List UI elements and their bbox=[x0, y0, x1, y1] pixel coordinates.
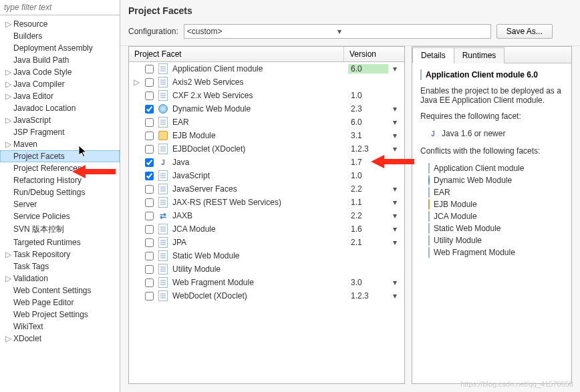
column-header-name[interactable]: Project Facet bbox=[129, 47, 344, 61]
facet-checkbox[interactable] bbox=[145, 91, 154, 100]
facet-checkbox[interactable] bbox=[145, 145, 154, 154]
sidebar-item[interactable]: Service Policies bbox=[0, 210, 120, 222]
tree-expand-icon[interactable]: ▷ bbox=[4, 20, 12, 28]
version-dropdown-icon[interactable]: ▾ bbox=[388, 184, 402, 194]
sidebar-item-label: Run/Debug Settings bbox=[13, 188, 85, 197]
tab-details[interactable]: Details bbox=[412, 47, 454, 63]
facet-row[interactable]: JavaScript1.0 bbox=[129, 169, 404, 182]
tree-expand-icon[interactable]: ▷ bbox=[4, 274, 12, 282]
facet-row[interactable]: Utility Module bbox=[129, 262, 404, 276]
facet-checkbox[interactable] bbox=[145, 225, 154, 234]
tree-expand-icon[interactable]: ▷ bbox=[4, 250, 12, 258]
facet-checkbox[interactable] bbox=[145, 65, 154, 73]
version-dropdown-icon[interactable]: ▾ bbox=[388, 144, 402, 154]
facet-row[interactable]: EJB Module3.1▾ bbox=[129, 129, 404, 142]
sidebar-item[interactable]: Web Content Settings bbox=[0, 284, 120, 297]
sidebar-item[interactable]: Java Build Path bbox=[0, 54, 120, 66]
version-dropdown-icon[interactable]: ▾ bbox=[388, 291, 402, 301]
sidebar-item[interactable]: Targeted Runtimes bbox=[0, 236, 120, 248]
filter-input[interactable] bbox=[3, 1, 117, 13]
version-dropdown-icon[interactable]: ▾ bbox=[388, 131, 402, 140]
tree-expand-icon[interactable]: ▷ bbox=[4, 116, 12, 124]
version-dropdown-icon[interactable]: ▾ bbox=[388, 64, 402, 73]
facet-checkbox[interactable] bbox=[145, 158, 154, 167]
version-dropdown-icon[interactable]: ▾ bbox=[388, 224, 402, 234]
sidebar-item[interactable]: ▷Task Repository bbox=[0, 248, 120, 260]
version-dropdown-icon[interactable]: ▾ bbox=[388, 198, 402, 207]
facet-checkbox[interactable] bbox=[145, 265, 154, 274]
facet-checkbox[interactable] bbox=[145, 172, 154, 180]
facet-checkbox[interactable] bbox=[145, 278, 154, 287]
facet-checkbox[interactable] bbox=[145, 252, 154, 260]
tree-expand-icon[interactable]: ▷ bbox=[4, 68, 12, 76]
sidebar-item[interactable]: Server bbox=[0, 198, 120, 210]
sidebar-item[interactable]: Deployment Assembly bbox=[0, 42, 120, 54]
facet-row[interactable]: WebDoclet (XDoclet)1.2.3▾ bbox=[129, 289, 404, 303]
facet-row[interactable]: Web Fragment Module3.0▾ bbox=[129, 276, 404, 289]
sidebar-item[interactable]: ▷Resource bbox=[0, 18, 120, 30]
configuration-value: <custom> bbox=[187, 27, 337, 36]
facet-row[interactable]: ⇄JAXB2.2▾ bbox=[129, 209, 404, 222]
tab-runtimes[interactable]: Runtimes bbox=[454, 47, 505, 63]
facet-checkbox[interactable] bbox=[145, 212, 154, 220]
sidebar-item[interactable]: Project Facets bbox=[0, 150, 120, 162]
expand-icon[interactable]: ▷ bbox=[132, 77, 141, 87]
sidebar-item[interactable]: ▷Java Code Style bbox=[0, 66, 120, 78]
sidebar-item[interactable]: Web Project Settings bbox=[0, 309, 120, 321]
facet-row[interactable]: EJBDoclet (XDoclet)1.2.3▾ bbox=[129, 142, 404, 156]
facet-table-header: Project Facet Version bbox=[129, 47, 404, 62]
facet-checkbox[interactable] bbox=[145, 118, 154, 127]
facet-checkbox[interactable] bbox=[145, 198, 154, 207]
tree-expand-icon[interactable]: ▷ bbox=[4, 80, 12, 88]
sidebar-item[interactable]: SVN 版本控制 bbox=[0, 222, 120, 236]
sidebar-item[interactable]: Refactoring History bbox=[0, 174, 120, 186]
facet-checkbox[interactable] bbox=[145, 105, 154, 114]
facet-row[interactable]: JJava1.7▾ bbox=[129, 156, 404, 169]
sidebar-item[interactable]: Builders bbox=[0, 30, 120, 42]
sidebar-item[interactable]: ▷Java Editor bbox=[0, 90, 120, 102]
sidebar-item[interactable]: Task Tags bbox=[0, 260, 120, 272]
facet-row[interactable]: Dynamic Web Module2.3▾ bbox=[129, 102, 404, 116]
facet-row[interactable]: Application Client module6.0▾ bbox=[129, 62, 404, 75]
facet-row[interactable]: Static Web Module bbox=[129, 249, 404, 262]
sidebar-item[interactable]: Project References bbox=[0, 162, 120, 174]
sidebar-item[interactable]: WikiText bbox=[0, 321, 120, 333]
save-as-button[interactable]: Save As... bbox=[496, 24, 553, 39]
sidebar-item[interactable]: ▷Validation bbox=[0, 272, 120, 284]
facet-row[interactable]: JAX-RS (REST Web Services)1.1▾ bbox=[129, 196, 404, 209]
list-item-label: JCA Module bbox=[434, 212, 477, 221]
facet-checkbox[interactable] bbox=[145, 78, 154, 87]
version-dropdown-icon[interactable]: ▾ bbox=[388, 278, 402, 287]
version-dropdown-icon[interactable]: ▾ bbox=[388, 118, 402, 127]
facet-checkbox[interactable] bbox=[145, 238, 154, 247]
configuration-select[interactable]: <custom> ▾ bbox=[184, 24, 491, 39]
jar-icon bbox=[428, 200, 430, 209]
facet-version: 3.1 bbox=[348, 131, 388, 140]
sidebar-item[interactable]: ▷Maven bbox=[0, 138, 120, 150]
sidebar-item[interactable]: Javadoc Location bbox=[0, 102, 120, 114]
facet-row[interactable]: EAR6.0▾ bbox=[129, 116, 404, 129]
facet-row[interactable]: JavaServer Faces2.2▾ bbox=[129, 182, 404, 196]
tree-expand-icon[interactable]: ▷ bbox=[4, 140, 12, 148]
sidebar-item[interactable]: ▷JavaScript bbox=[0, 114, 120, 126]
sidebar-item[interactable]: JSP Fragment bbox=[0, 126, 120, 138]
sidebar-item[interactable]: ▷Java Compiler bbox=[0, 78, 120, 90]
version-dropdown-icon[interactable]: ▾ bbox=[388, 158, 402, 167]
version-dropdown-icon[interactable]: ▾ bbox=[388, 104, 402, 114]
facet-row[interactable]: JPA2.1▾ bbox=[129, 236, 404, 249]
facet-checkbox[interactable] bbox=[145, 132, 154, 140]
facet-checkbox[interactable] bbox=[145, 292, 154, 301]
facet-row[interactable]: ▷Axis2 Web Services bbox=[129, 75, 404, 89]
facet-row[interactable]: JCA Module1.6▾ bbox=[129, 222, 404, 236]
column-header-version[interactable]: Version bbox=[344, 47, 404, 61]
sidebar-item[interactable]: ▷XDoclet bbox=[0, 333, 120, 345]
tree-expand-icon[interactable]: ▷ bbox=[4, 92, 12, 100]
facet-checkbox[interactable] bbox=[145, 185, 154, 194]
facet-row[interactable]: CXF 2.x Web Services1.0 bbox=[129, 89, 404, 102]
right-pane: Project Facets Configuration: <custom> ▾… bbox=[120, 0, 580, 392]
version-dropdown-icon[interactable]: ▾ bbox=[388, 211, 402, 220]
sidebar-item[interactable]: Web Page Editor bbox=[0, 297, 120, 309]
tree-expand-icon[interactable]: ▷ bbox=[4, 335, 12, 343]
sidebar-item[interactable]: Run/Debug Settings bbox=[0, 186, 120, 198]
version-dropdown-icon[interactable]: ▾ bbox=[388, 238, 402, 247]
